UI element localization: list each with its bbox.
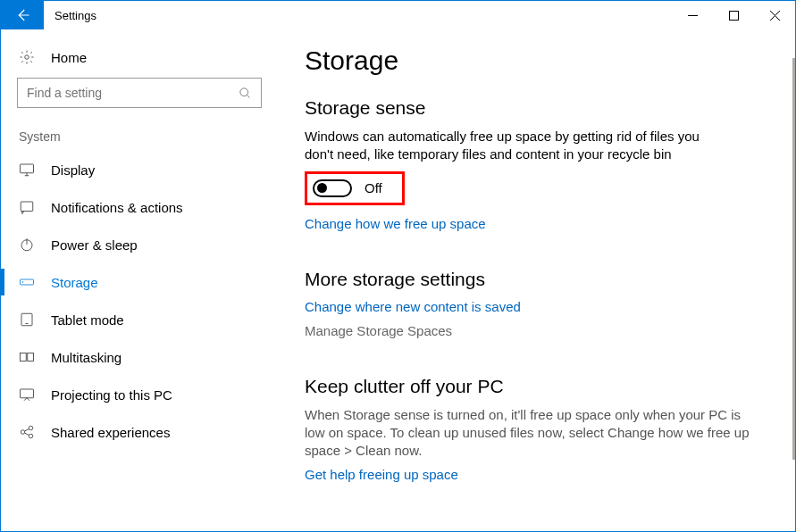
display-icon [19, 162, 35, 178]
back-button[interactable] [1, 1, 44, 29]
change-content-saved-link[interactable]: Change where new content is saved [305, 299, 768, 314]
svg-rect-3 [21, 164, 34, 173]
get-help-link[interactable]: Get help freeing up space [305, 467, 768, 482]
sidebar-item-label: Projecting to this PC [51, 387, 172, 403]
window-title: Settings [44, 1, 672, 29]
sidebar-item-label: Tablet mode [51, 312, 124, 328]
svg-point-2 [240, 87, 248, 96]
more-settings-heading: More storage settings [305, 269, 768, 290]
sidebar-item-notifications[interactable]: Notifications & actions [1, 188, 278, 226]
svg-rect-0 [729, 11, 738, 20]
sidebar-item-multitasking[interactable]: Multitasking [1, 338, 278, 376]
sidebar-item-label: Power & sleep [51, 237, 138, 253]
svg-rect-4 [21, 202, 33, 212]
search-input[interactable] [27, 86, 239, 100]
maximize-icon [729, 11, 739, 21]
projecting-icon [19, 387, 35, 403]
minimize-button[interactable] [672, 1, 713, 29]
sidebar-item-display[interactable]: Display [1, 151, 278, 188]
search-icon [239, 87, 252, 100]
close-icon [770, 11, 780, 21]
change-free-up-link[interactable]: Change how we free up space [305, 216, 768, 231]
sidebar-item-storage[interactable]: Storage [1, 263, 278, 301]
svg-point-12 [29, 426, 33, 430]
page-title: Storage [305, 46, 768, 76]
toggle-state-label: Off [364, 180, 382, 195]
power-icon [19, 237, 35, 253]
manage-storage-spaces-link[interactable]: Manage Storage Spaces [305, 323, 768, 338]
svg-point-13 [21, 430, 25, 435]
minimize-icon [688, 11, 698, 21]
sidebar: Home System Display Notifications & acti… [1, 29, 278, 531]
notifications-icon [19, 199, 35, 215]
sidebar-item-label: Storage [51, 275, 98, 290]
scrollbar[interactable] [792, 29, 795, 531]
sidebar-item-power[interactable]: Power & sleep [1, 226, 278, 263]
maximize-button[interactable] [713, 1, 754, 29]
svg-point-7 [22, 281, 24, 283]
svg-rect-9 [21, 353, 27, 362]
window-controls [672, 1, 795, 29]
close-button[interactable] [754, 1, 795, 29]
storage-sense-toggle[interactable] [313, 179, 352, 197]
storage-icon [19, 274, 35, 290]
home-label: Home [51, 50, 87, 65]
search-input-container[interactable] [17, 78, 262, 108]
sidebar-item-shared[interactable]: Shared experiences [1, 413, 278, 451]
storage-sense-heading: Storage sense [305, 97, 768, 119]
content-area: Home System Display Notifications & acti… [1, 29, 795, 531]
home-button[interactable]: Home [1, 42, 278, 78]
sidebar-item-label: Shared experiences [51, 425, 170, 440]
sidebar-group-label: System [1, 122, 278, 151]
main-panel: Storage Storage sense Windows can automa… [278, 29, 795, 531]
toggle-knob [317, 183, 327, 193]
sidebar-item-label: Multitasking [51, 350, 121, 365]
scrollbar-thumb[interactable] [792, 58, 795, 460]
sidebar-item-label: Notifications & actions [51, 200, 183, 215]
sidebar-item-label: Display [51, 162, 95, 178]
svg-point-1 [25, 55, 29, 60]
clutter-heading: Keep clutter off your PC [305, 376, 768, 397]
arrow-left-icon [14, 7, 30, 23]
multitasking-icon [19, 349, 35, 365]
svg-rect-10 [28, 353, 34, 362]
storage-sense-toggle-highlight: Off [305, 171, 405, 205]
storage-sense-description: Windows can automatically free up space … [305, 128, 725, 164]
sidebar-item-tablet[interactable]: Tablet mode [1, 301, 278, 338]
shared-icon [19, 424, 35, 440]
titlebar: Settings [1, 1, 795, 29]
clutter-description: When Storage sense is turned on, it'll f… [305, 406, 760, 461]
sidebar-item-projecting[interactable]: Projecting to this PC [1, 376, 278, 413]
tablet-icon [19, 312, 35, 328]
svg-point-14 [29, 434, 33, 438]
svg-rect-11 [21, 389, 34, 398]
gear-icon [19, 49, 35, 65]
